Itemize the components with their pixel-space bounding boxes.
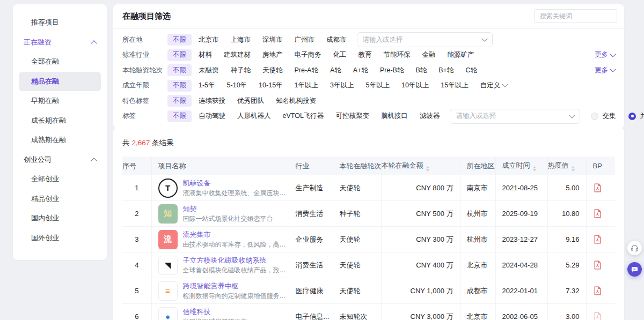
- filter-options: 不限北京市上海市深圳市广州市成都市请输入或选择: [167, 32, 615, 47]
- column-header-7[interactable]: 热度值: [547, 157, 586, 175]
- filter-option-selected[interactable]: 不限: [167, 34, 192, 46]
- filter-option[interactable]: 材料: [194, 49, 217, 61]
- sidebar-item-label: 创业公司: [24, 155, 52, 165]
- filter-option[interactable]: 电子商务: [290, 49, 326, 61]
- radio-option[interactable]: 交集: [591, 111, 616, 121]
- sidebar-item-8[interactable]: 全部创业: [13, 169, 107, 189]
- filter-option-selected[interactable]: 不限: [167, 95, 192, 107]
- filter-option[interactable]: 北京市: [194, 34, 224, 46]
- sidebar-item-2[interactable]: 全部在融: [13, 52, 107, 72]
- bp-cell: [586, 304, 615, 320]
- filter-option[interactable]: 10-15年: [254, 80, 287, 92]
- filter-option[interactable]: 化工: [328, 49, 352, 61]
- filter-option[interactable]: 滤波器: [415, 110, 445, 122]
- filter-option[interactable]: 5年以上: [361, 80, 394, 92]
- filter-option[interactable]: Pre-B轮: [375, 64, 408, 76]
- filter-option[interactable]: 优秀团队: [232, 95, 269, 107]
- more-button[interactable]: 更多: [595, 50, 615, 59]
- more-button[interactable]: 更多: [595, 66, 615, 75]
- sidebar-item-0[interactable]: 推荐项目: [13, 13, 107, 33]
- founded-cell: 2025-09-19: [495, 201, 547, 227]
- sidebar-item-3[interactable]: 精品在融: [19, 72, 101, 92]
- project-link[interactable]: 子立方模块化磁吸收纳系统: [183, 256, 288, 265]
- filter-rows: 所在地不限北京市上海市深圳市广州市成都市请输入或选择鲸准行业不限材料建筑建材房地…: [113, 29, 624, 129]
- filter-option-selected[interactable]: 不限: [167, 110, 192, 122]
- region-cell: 南京市: [460, 175, 495, 201]
- filter-option[interactable]: B轮: [411, 64, 431, 76]
- sidebar-item-11[interactable]: 国外创业: [13, 228, 107, 248]
- project-link[interactable]: 跨境智能营养中枢: [183, 281, 288, 291]
- bp-pdf-icon[interactable]: [593, 312, 602, 320]
- sort-icon[interactable]: [426, 166, 429, 172]
- filter-custom-option[interactable]: 自定义: [475, 80, 513, 92]
- feedback-button[interactable]: [627, 262, 642, 277]
- filter-option[interactable]: 上海市: [226, 34, 256, 46]
- results-count: 共2,667条结果: [113, 128, 624, 157]
- sidebar-item-7[interactable]: 创业公司: [13, 150, 107, 170]
- filter-option[interactable]: 人形机器人: [232, 110, 276, 122]
- sidebar-item-9[interactable]: 精品创业: [13, 189, 107, 209]
- filter-option[interactable]: A轮: [325, 64, 346, 76]
- filter-option[interactable]: 脑机接口: [376, 110, 413, 122]
- bp-pdf-icon[interactable]: [593, 183, 602, 191]
- search-input[interactable]: [534, 9, 617, 23]
- sidebar-item-6[interactable]: 成熟期在融: [13, 130, 107, 150]
- bp-pdf-icon[interactable]: [593, 286, 602, 294]
- filter-option[interactable]: 广州市: [290, 34, 320, 46]
- project-link[interactable]: 流光集市: [183, 230, 288, 239]
- count-prefix: 共: [122, 139, 130, 147]
- filter-option[interactable]: 能源矿产: [443, 49, 479, 61]
- customer-service-button[interactable]: [627, 241, 642, 255]
- filter-option[interactable]: 15年以上: [436, 80, 473, 92]
- filter-option[interactable]: 深圳市: [258, 34, 288, 46]
- sort-icon[interactable]: [533, 166, 536, 172]
- sort-icon[interactable]: [572, 166, 575, 172]
- filter-option[interactable]: A+轮: [348, 64, 373, 76]
- filter-option[interactable]: 节能环保: [379, 49, 415, 61]
- bp-pdf-icon[interactable]: [593, 235, 602, 243]
- filter-option[interactable]: 房地产: [258, 49, 288, 61]
- amount-cell: CNY 500 万: [381, 201, 460, 227]
- filter-option[interactable]: 5-10年: [222, 80, 252, 92]
- column-header-6[interactable]: 成立时间: [495, 157, 547, 175]
- filter-option[interactable]: C轮: [460, 64, 482, 76]
- filter-option-selected[interactable]: 不限: [167, 64, 192, 76]
- filter-option[interactable]: 知名机构投资: [271, 95, 321, 107]
- filter-option[interactable]: B+轮: [434, 64, 458, 76]
- sidebar-item-10[interactable]: 国内创业: [13, 209, 107, 228]
- project-text: 流光集市由技术驱动的零库存，低风险，高壁垒的...: [183, 230, 288, 249]
- filter-option[interactable]: 未融资: [194, 64, 224, 76]
- filter-option[interactable]: 成都市: [321, 34, 352, 46]
- filter-option[interactable]: 3年以上: [325, 80, 358, 92]
- sidebar-item-5[interactable]: 成长期在融: [13, 111, 107, 131]
- filter-option-selected[interactable]: 不限: [167, 80, 192, 92]
- filter-option[interactable]: 10年以上: [397, 80, 434, 92]
- filter-option[interactable]: 金融: [418, 49, 441, 61]
- filter-option[interactable]: 可控核聚变: [331, 110, 374, 122]
- filter-label: 所在地: [122, 35, 167, 44]
- filter-option[interactable]: 自动驾驶: [194, 110, 230, 122]
- filter-option[interactable]: Pre-A轮: [290, 64, 323, 76]
- project-link[interactable]: 知契: [183, 204, 273, 213]
- filter-option[interactable]: 天使轮: [258, 64, 288, 76]
- filter-option[interactable]: 建筑建材: [219, 49, 255, 61]
- project-link[interactable]: 凯菲设备: [183, 178, 288, 188]
- sidebar-item-1[interactable]: 正在融资: [13, 33, 107, 53]
- filter-option[interactable]: 连续获投: [194, 95, 230, 107]
- project-link[interactable]: 信维科技: [183, 307, 247, 316]
- filter-option[interactable]: eVTOL飞行器: [278, 110, 329, 122]
- filter-option-selected[interactable]: 不限: [167, 49, 192, 61]
- project-name-wrap: 知知契国际一站式场景化社交婚恋平台: [158, 204, 289, 224]
- sidebar-item-4[interactable]: 早期在融: [13, 91, 107, 111]
- bp-pdf-icon[interactable]: [593, 261, 602, 269]
- filter-option[interactable]: 教育: [354, 49, 377, 61]
- filter-option[interactable]: 1-5年: [194, 80, 220, 92]
- filter-option[interactable]: 种子轮: [226, 64, 256, 76]
- filter-select[interactable]: 请输入或选择: [357, 32, 493, 47]
- radio-option[interactable]: 并集: [628, 111, 644, 121]
- filter-select[interactable]: 请输入或选择: [450, 109, 580, 124]
- bp-pdf-icon[interactable]: [593, 209, 602, 217]
- column-header-4[interactable]: 本轮在融金额: [381, 157, 460, 175]
- filter-option[interactable]: 1年以上: [290, 80, 323, 92]
- project-logo: 知: [158, 204, 178, 224]
